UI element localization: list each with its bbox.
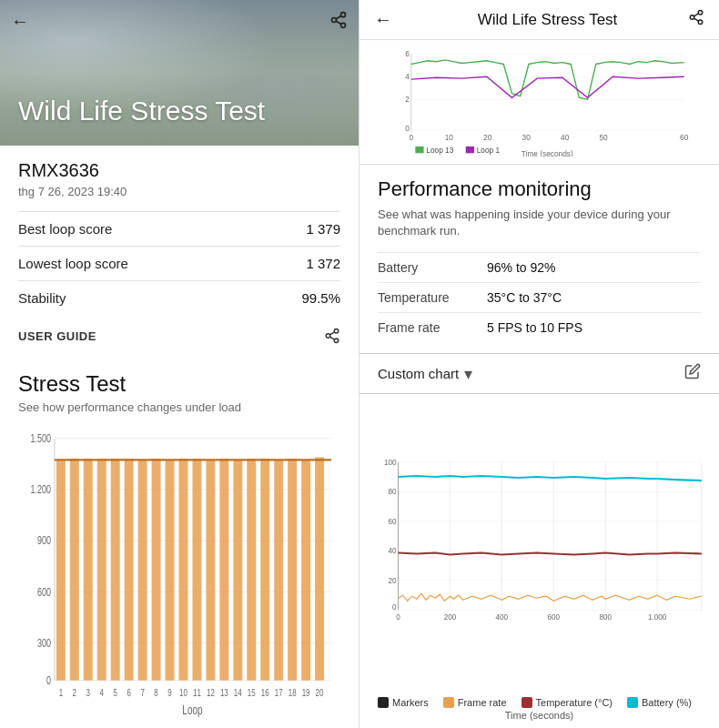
frame-rate-chart-svg: Frame ra... 6 4 2 0 0 10 20 30 40 50 60 — [370, 47, 708, 157]
big-chart-svg: Wild Life Stress Test 100 80 60 40 20 0 — [370, 401, 708, 693]
legend-dot-framerate — [443, 697, 454, 708]
svg-rect-29 — [125, 459, 134, 681]
stress-subtitle: See how performance changes under load — [18, 400, 340, 414]
perf-subtitle: See what was happening inside your devic… — [378, 207, 701, 239]
svg-text:16: 16 — [261, 687, 269, 699]
stress-title: Stress Test — [18, 371, 340, 397]
left-share-button[interactable] — [329, 11, 348, 34]
right-back-button[interactable]: ← — [374, 9, 392, 30]
user-guide-row[interactable]: USER GUIDE — [18, 315, 340, 348]
big-chart-section: Wild Life Stress Test 100 80 60 40 20 0 — [360, 398, 719, 728]
svg-line-8 — [329, 337, 334, 339]
svg-rect-88 — [415, 147, 423, 153]
svg-text:200: 200 — [444, 613, 457, 622]
left-panel: ← Wild Life Stress Test RMX3636 thg 7 26… — [0, 0, 360, 728]
right-header: ← Wild Life Stress Test — [360, 0, 719, 40]
svg-rect-26 — [84, 459, 93, 681]
svg-rect-25 — [70, 459, 79, 681]
perf-label-temperature: Temperature — [378, 290, 487, 305]
right-share-icon — [688, 9, 704, 25]
device-name: RMX3636 — [18, 160, 340, 181]
svg-rect-41 — [288, 459, 297, 681]
svg-text:Loop 13: Loop 13 — [426, 146, 453, 155]
svg-text:20: 20 — [316, 687, 324, 699]
perf-section: Performance monitoring See what was happ… — [360, 165, 719, 349]
svg-point-67 — [690, 15, 694, 20]
svg-text:7: 7 — [140, 687, 145, 699]
svg-rect-40 — [274, 460, 283, 680]
perf-label-battery: Battery — [378, 260, 487, 275]
svg-text:900: 900 — [37, 534, 51, 547]
svg-text:1.000: 1.000 — [648, 613, 667, 622]
right-share-button[interactable] — [688, 9, 704, 30]
device-date: thg 7 26, 2023 19:40 — [18, 185, 340, 198]
right-panel: ← Wild Life Stress Test Frame ra... 6 4 … — [360, 0, 719, 728]
svg-text:10: 10 — [445, 133, 454, 142]
user-guide-share-icon — [324, 328, 340, 344]
svg-text:Loop: Loop — [182, 703, 202, 717]
svg-text:40: 40 — [388, 548, 397, 556]
left-back-button[interactable]: ← — [11, 11, 29, 32]
svg-rect-38 — [247, 459, 256, 681]
svg-text:800: 800 — [599, 613, 612, 622]
svg-rect-39 — [260, 459, 269, 681]
perf-value-framerate: 5 FPS to 10 FPS — [487, 320, 582, 335]
svg-text:0: 0 — [396, 613, 400, 622]
svg-text:19: 19 — [302, 687, 310, 699]
right-header-title: Wild Life Stress Test — [407, 11, 688, 29]
custom-chart-label: Custom chart — [378, 366, 459, 381]
svg-line-4 — [336, 15, 341, 18]
svg-text:60: 60 — [388, 518, 397, 526]
svg-rect-24 — [56, 460, 66, 680]
svg-text:Loop 1: Loop 1 — [477, 146, 501, 155]
svg-text:4: 4 — [100, 687, 105, 699]
pencil-icon — [684, 363, 701, 379]
edit-chart-button[interactable] — [684, 363, 701, 384]
chart-legend: Markers Frame rate Temperature (°C) Batt… — [370, 693, 708, 710]
info-section: RMX3636 thg 7 26, 2023 19:40 Best loop s… — [0, 146, 359, 357]
svg-text:600: 600 — [547, 613, 560, 622]
svg-text:1.500: 1.500 — [30, 431, 50, 444]
svg-text:400: 400 — [496, 613, 509, 622]
legend-label-markers: Markers — [392, 697, 429, 708]
svg-text:3: 3 — [86, 687, 91, 699]
svg-text:4: 4 — [405, 72, 410, 81]
svg-text:2: 2 — [73, 687, 77, 699]
hero-title: Wild Life Stress Test — [18, 95, 265, 127]
score-value-stability: 99.5% — [301, 290, 340, 306]
svg-point-6 — [326, 334, 330, 339]
svg-text:30: 30 — [522, 133, 532, 142]
svg-text:17: 17 — [275, 687, 283, 699]
svg-rect-30 — [138, 460, 147, 680]
svg-text:6: 6 — [127, 687, 131, 699]
svg-rect-27 — [97, 459, 106, 681]
svg-text:80: 80 — [388, 489, 397, 497]
svg-point-1 — [332, 18, 337, 23]
svg-text:0: 0 — [392, 604, 397, 612]
svg-text:1.200: 1.200 — [30, 483, 50, 496]
custom-chart-row[interactable]: Custom chart ▾ — [360, 353, 719, 394]
score-row-stability: Stability 99.5% — [18, 280, 340, 315]
score-label-best: Best loop score — [18, 221, 112, 237]
svg-rect-43 — [315, 457, 324, 680]
svg-rect-42 — [301, 460, 310, 680]
legend-label-battery: Battery (%) — [642, 697, 692, 708]
legend-markers: Markers — [378, 697, 429, 708]
score-label-stability: Stability — [18, 290, 66, 306]
perf-value-temperature: 35°C to 37°C — [487, 290, 562, 305]
svg-line-69 — [694, 18, 698, 21]
svg-point-68 — [698, 20, 703, 25]
perf-title: Performance monitoring — [378, 177, 701, 201]
svg-text:300: 300 — [37, 636, 51, 649]
custom-chart-select[interactable]: Custom chart ▾ — [378, 364, 677, 384]
stress-chart-svg: Score 1.500 1.200 900 600 300 0 — [18, 425, 340, 721]
svg-text:20: 20 — [388, 577, 397, 585]
perf-row-framerate: Frame rate 5 FPS to 10 FPS — [378, 312, 701, 342]
svg-text:100: 100 — [384, 459, 397, 467]
dropdown-arrow-icon: ▾ — [464, 364, 472, 384]
svg-rect-35 — [206, 460, 215, 680]
svg-point-7 — [334, 339, 339, 343]
svg-rect-90 — [466, 147, 474, 153]
legend-dot-markers — [378, 697, 389, 708]
svg-text:14: 14 — [234, 687, 242, 699]
